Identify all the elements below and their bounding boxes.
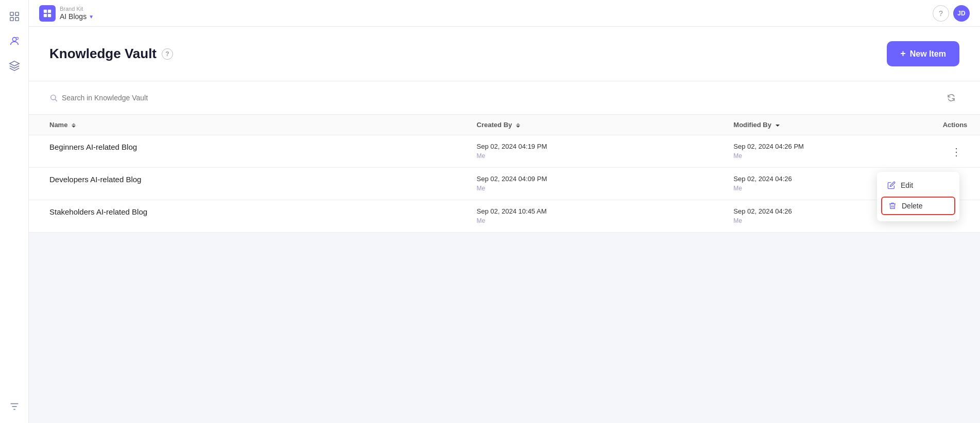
avatar[interactable]: JD bbox=[953, 5, 970, 22]
brand-kit-label: Brand Kit bbox=[60, 6, 94, 12]
sort-icon-modified bbox=[776, 125, 780, 127]
svg-rect-0 bbox=[10, 12, 13, 15]
refresh-button[interactable] bbox=[943, 90, 959, 106]
svg-point-13 bbox=[51, 95, 56, 100]
row-2-created: Sep 02, 2024 04:09 PM Me bbox=[467, 168, 724, 200]
col-header-name[interactable]: Name bbox=[29, 115, 467, 135]
svg-rect-2 bbox=[10, 17, 13, 21]
search-bar bbox=[29, 81, 980, 115]
context-menu: Edit bbox=[877, 172, 959, 221]
svg-rect-1 bbox=[15, 12, 18, 15]
table-row: Stakeholders AI-related Blog Sep 02, 202… bbox=[29, 200, 980, 233]
row-2-name: Developers AI-related Blog bbox=[29, 168, 467, 200]
trash-icon bbox=[888, 202, 897, 210]
context-menu-edit[interactable]: Edit bbox=[877, 176, 959, 195]
sort-icon-name bbox=[72, 123, 76, 128]
svg-rect-10 bbox=[48, 9, 51, 12]
content-area: Knowledge Vault ? + New Item bbox=[29, 27, 980, 423]
sidebar bbox=[0, 0, 29, 423]
row-3-name: Stakeholders AI-related Blog bbox=[29, 200, 467, 233]
row-2-actions: ⋮ Edit bbox=[933, 168, 980, 200]
svg-rect-9 bbox=[44, 9, 47, 12]
sort-icon-created bbox=[516, 123, 520, 128]
new-item-button[interactable]: + New Item bbox=[887, 41, 959, 66]
svg-rect-12 bbox=[48, 13, 51, 16]
svg-rect-3 bbox=[15, 17, 18, 21]
row-3-created: Sep 02, 2024 10:45 AM Me bbox=[467, 200, 724, 233]
col-header-actions: Actions bbox=[933, 115, 980, 135]
col-header-modified[interactable]: Modified By bbox=[723, 115, 932, 135]
svg-rect-11 bbox=[44, 13, 47, 16]
col-header-created[interactable]: Created By bbox=[467, 115, 724, 135]
table-area: Name Created By bbox=[29, 81, 980, 233]
table-row: Beginners AI-related Blog Sep 02, 2024 0… bbox=[29, 135, 980, 168]
sidebar-filter[interactable] bbox=[4, 396, 25, 417]
brand-kit-logo bbox=[39, 5, 56, 22]
data-table: Name Created By bbox=[29, 115, 980, 233]
brand-value[interactable]: AI Blogs ▼ bbox=[60, 12, 94, 21]
row-1-actions-button[interactable]: ⋮ bbox=[947, 144, 966, 160]
table-row: Developers AI-related Blog Sep 02, 2024 … bbox=[29, 168, 980, 200]
search-icon bbox=[49, 94, 58, 102]
help-button[interactable]: ? bbox=[933, 5, 949, 22]
svg-point-4 bbox=[12, 38, 16, 41]
row-1-created: Sep 02, 2024 04:19 PM Me bbox=[467, 135, 724, 168]
search-input[interactable] bbox=[62, 94, 216, 102]
row-1-actions: ⋮ bbox=[933, 135, 980, 168]
chevron-down-icon: ▼ bbox=[89, 14, 94, 20]
topbar: Brand Kit AI Blogs ▼ ? JD bbox=[29, 0, 980, 27]
sidebar-brand-kit[interactable] bbox=[4, 6, 25, 27]
brand-text: Brand Kit AI Blogs ▼ bbox=[60, 6, 94, 21]
sidebar-persona[interactable] bbox=[4, 31, 25, 51]
row-1-modified: Sep 02, 2024 04:26 PM Me bbox=[723, 135, 932, 168]
edit-icon bbox=[887, 181, 896, 189]
page-header: Knowledge Vault ? + New Item bbox=[29, 27, 980, 81]
page-title: Knowledge Vault ? bbox=[49, 46, 173, 62]
svg-line-14 bbox=[55, 99, 57, 101]
page-help-icon[interactable]: ? bbox=[162, 48, 173, 60]
data-table-wrapper: Name Created By bbox=[29, 115, 980, 233]
row-1-name: Beginners AI-related Blog bbox=[29, 135, 467, 168]
plus-icon: + bbox=[900, 48, 906, 59]
context-menu-delete[interactable]: Delete bbox=[881, 197, 955, 215]
sidebar-ai-writer[interactable] bbox=[4, 56, 25, 76]
